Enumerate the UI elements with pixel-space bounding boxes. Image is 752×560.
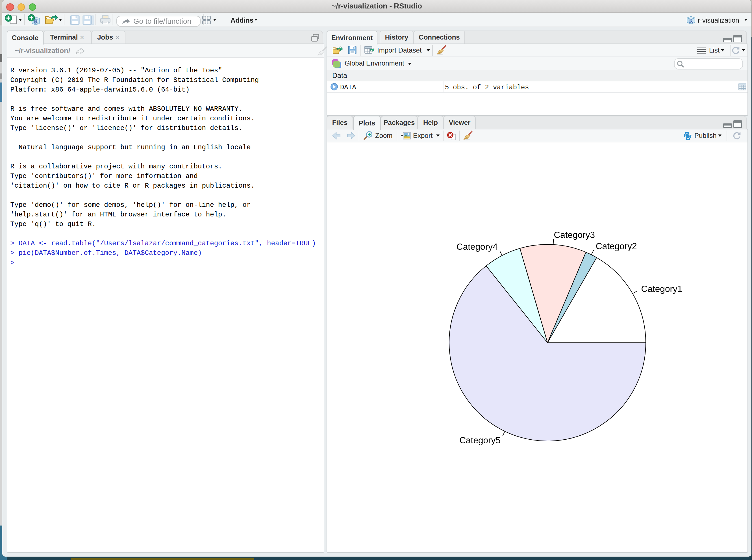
svg-text:Category2: Category2 xyxy=(596,241,637,251)
svg-text:R: R xyxy=(689,18,693,23)
svg-text:Category3: Category3 xyxy=(554,229,595,240)
svg-text:Category4: Category4 xyxy=(456,241,498,252)
svg-text:Category1: Category1 xyxy=(641,283,683,294)
svg-text:Category5: Category5 xyxy=(459,435,501,445)
